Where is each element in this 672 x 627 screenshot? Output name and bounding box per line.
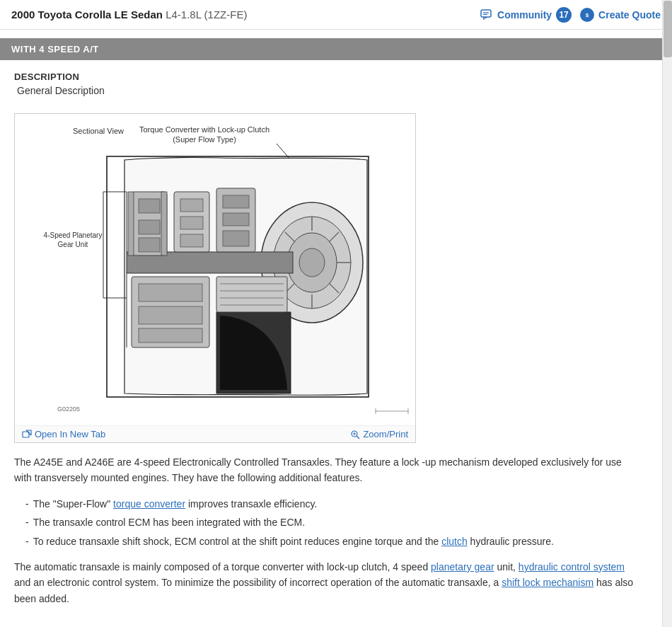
svg-rect-24 [139,199,160,213]
diagram-image-box: Sectional View Torque Converter with Loc… [15,114,415,425]
svg-rect-32 [180,234,203,247]
svg-rect-38 [139,284,202,301]
image-footer: Open In New Tab Zoom/Print [15,425,415,442]
svg-rect-26 [139,238,160,252]
shift-lock-mechanism-link[interactable]: shift lock mechanism [502,577,593,588]
clutch-link[interactable]: clutch [441,536,468,547]
create-quote-button[interactable]: $ Create Quote [580,8,661,22]
svg-text:Torque Converter with Lock-up : Torque Converter with Lock-up Clutch [139,125,270,134]
description-label: DESCRIPTION [14,71,637,82]
list-item: - The "Super-Flow" torque converter impr… [25,496,637,512]
svg-rect-31 [180,217,203,229]
list-item: - The transaxle control ECM has been int… [25,514,637,530]
svg-text:4-Speed Planetary: 4-Speed Planetary [44,231,103,239]
section-header-bar: WITH 4 SPEED A/T [0,38,672,60]
svg-text:Gear Unit: Gear Unit [58,241,88,248]
create-quote-icon: $ [580,8,594,22]
vehicle-title: 2000 Toyota Corolla LE Sedan L4-1.8L (1Z… [11,8,247,21]
community-button[interactable]: Community 17 [480,7,572,23]
open-tab-icon [22,430,32,439]
bullet-list: - The "Super-Flow" torque converter impr… [25,496,637,549]
svg-rect-40 [139,328,202,343]
hydraulic-control-system-link[interactable]: hydraulic control system [519,561,625,573]
svg-rect-25 [139,220,160,234]
diagram-container: Sectional View Torque Converter with Loc… [14,113,416,443]
svg-rect-34 [223,195,249,208]
svg-point-13 [299,248,325,277]
svg-rect-35 [223,213,249,226]
page-header: 2000 Toyota Corolla LE Sedan L4-1.8L (1Z… [0,0,672,30]
general-description-title: General Description [14,85,637,96]
svg-text:G02205: G02205 [57,405,80,413]
body-paragraph-2: The automatic transaxle is mainly compos… [14,559,637,606]
svg-rect-36 [223,231,249,246]
body-paragraph-1: The A245E and A246E are 4-speed Electron… [14,454,637,486]
svg-rect-0 [481,10,491,17]
main-content: DESCRIPTION General Description Sectiona… [0,60,651,627]
svg-text:$: $ [586,12,589,18]
torque-converter-link[interactable]: torque converter [113,498,185,510]
svg-text:Sectional View: Sectional View [73,127,124,135]
zoom-icon [350,430,360,439]
community-count-badge: 17 [556,7,572,23]
open-new-tab-link[interactable]: Open In New Tab [22,429,105,439]
scrollbar-thumb[interactable] [664,1,672,57]
svg-rect-39 [139,306,202,324]
svg-rect-30 [180,199,203,212]
zoom-print-link[interactable]: Zoom/Print [350,429,408,439]
svg-rect-28 [161,192,167,255]
technical-diagram: Sectional View Torque Converter with Loc… [22,121,410,418]
scrollbar[interactable] [662,0,672,627]
planetary-gear-link[interactable]: planetary gear [431,561,494,573]
svg-rect-41 [216,277,287,312]
svg-line-60 [357,436,359,439]
svg-text:(Super Flow Type): (Super Flow Type) [173,135,236,144]
list-item: - To reduce transaxle shift shock, ECM c… [25,534,637,549]
header-actions: Community 17 $ Create Quote [480,7,661,23]
svg-rect-27 [128,192,134,255]
community-icon [480,8,493,21]
